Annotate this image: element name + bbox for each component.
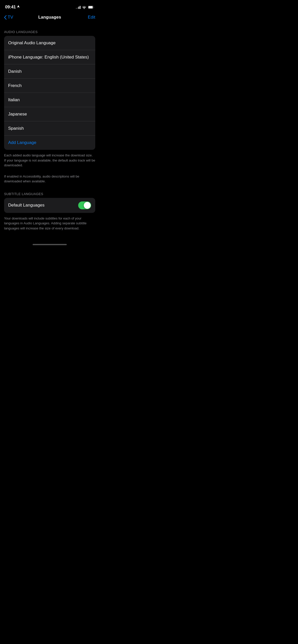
status-icons — [76, 5, 94, 9]
french-item[interactable]: French — [4, 79, 95, 93]
japanese-item[interactable]: Japanese — [4, 107, 95, 121]
status-time: 09:41 — [5, 5, 16, 10]
default-languages-toggle[interactable] — [78, 201, 91, 209]
back-button[interactable]: TV — [4, 15, 13, 20]
default-languages-item[interactable]: Default Languages — [4, 198, 95, 213]
danish-item[interactable]: Danish — [4, 64, 95, 79]
toggle-knob — [84, 202, 91, 209]
subtitle-footer: Your downloads will include subtitles fo… — [0, 213, 99, 231]
audio-footer-line1: Each added audio language will increase … — [0, 150, 99, 168]
home-indicator — [0, 241, 99, 247]
add-language-button[interactable]: Add Language — [4, 136, 95, 150]
wifi-icon — [82, 6, 86, 9]
page-title: Languages — [38, 15, 61, 20]
svg-rect-1 — [88, 6, 93, 8]
audio-languages-list: Original Audio Language iPhone Language:… — [4, 36, 95, 150]
spanish-item[interactable]: Spanish — [4, 121, 95, 136]
back-label: TV — [8, 15, 13, 20]
audio-footer-line2: If enabled in Accessibility, audio descr… — [0, 171, 99, 184]
signal-icon — [76, 5, 80, 9]
battery-icon — [88, 6, 94, 9]
italian-item[interactable]: Italian — [4, 93, 95, 107]
original-audio-item[interactable]: Original Audio Language — [4, 36, 95, 50]
status-bar: 09:41 — [0, 0, 99, 13]
home-bar — [33, 244, 67, 245]
subtitle-section-label: SUBTITLE LANGUAGES — [0, 192, 99, 198]
edit-button[interactable]: Edit — [88, 15, 95, 20]
audio-section-label: AUDIO LANGUAGES — [0, 30, 99, 36]
subtitle-languages-list: Default Languages — [4, 198, 95, 213]
iphone-language-item[interactable]: iPhone Language: English (United States) — [4, 50, 95, 64]
nav-bar: TV Languages Edit — [0, 13, 99, 24]
location-icon — [17, 5, 20, 9]
